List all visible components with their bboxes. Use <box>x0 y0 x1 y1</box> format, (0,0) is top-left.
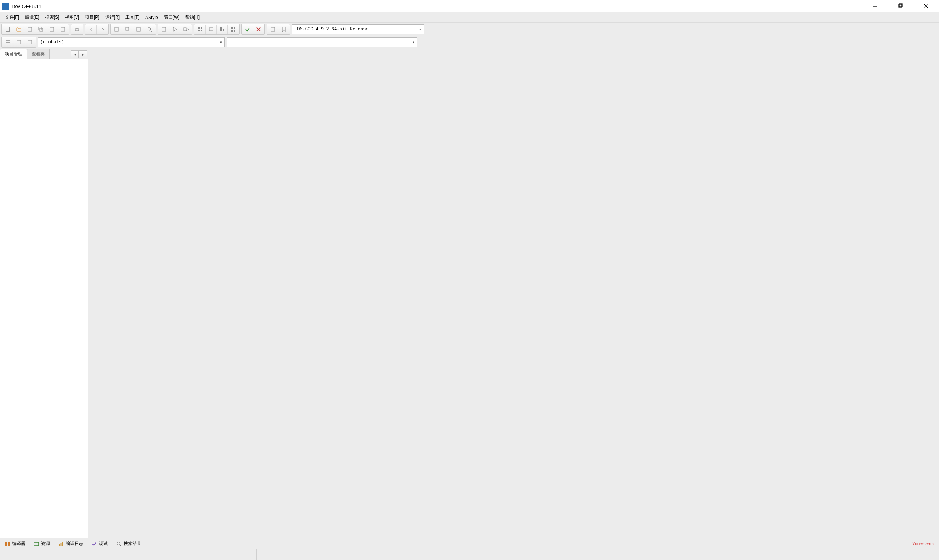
save-button[interactable] <box>24 25 35 34</box>
side-tab-nav-right[interactable]: ▸ <box>79 50 87 58</box>
side-tabs: 项目管理 查看类 ◂ ▸ <box>0 48 88 59</box>
status-segment <box>0 549 132 560</box>
window-controls <box>862 0 939 12</box>
stop-button[interactable] <box>253 25 264 34</box>
svg-rect-1 <box>899 5 902 7</box>
bottom-tab-compiler[interactable]: 编译器 <box>2 539 28 548</box>
svg-rect-20 <box>198 28 199 29</box>
menu-astyle[interactable]: AStyle <box>142 14 161 22</box>
menu-run[interactable]: 运行[R] <box>102 13 122 22</box>
run-button[interactable] <box>170 25 180 34</box>
new-file-button[interactable] <box>2 25 13 34</box>
redo-button[interactable] <box>97 25 108 34</box>
svg-rect-21 <box>200 28 202 29</box>
svg-rect-8 <box>40 28 43 31</box>
title-bar: Dev-C++ 5.11 <box>0 0 939 12</box>
debug-button[interactable] <box>206 25 217 34</box>
print-button[interactable] <box>71 25 83 34</box>
grid-button[interactable] <box>228 25 239 34</box>
svg-rect-22 <box>198 30 199 31</box>
side-tab-project[interactable]: 项目管理 <box>0 49 27 59</box>
bottom-tab-label: 编译日志 <box>66 541 83 547</box>
menu-tools[interactable]: 工具[T] <box>122 13 142 22</box>
copy-button[interactable] <box>122 25 133 34</box>
close-button[interactable] <box>913 0 939 12</box>
svg-rect-43 <box>62 542 63 546</box>
main-toolbar: TDM-GCC 4.9.2 64-bit Release ▾ <box>0 23 939 36</box>
close-file-button[interactable] <box>57 25 68 34</box>
svg-rect-40 <box>34 542 39 546</box>
svg-point-16 <box>148 28 151 31</box>
bottom-tab-resources[interactable]: 资源 <box>31 539 52 548</box>
cut-button[interactable] <box>111 25 122 34</box>
editor-area[interactable] <box>88 48 939 538</box>
svg-rect-23 <box>200 30 202 31</box>
svg-rect-41 <box>59 544 60 546</box>
scope-toolbar: (globals) ▾ ▾ <box>0 36 939 48</box>
svg-rect-29 <box>231 30 233 32</box>
svg-rect-37 <box>8 542 9 543</box>
svg-rect-42 <box>60 543 62 546</box>
rebuild-button[interactable] <box>195 25 206 34</box>
status-segment <box>257 549 304 560</box>
svg-line-45 <box>120 545 121 546</box>
side-tab-classes[interactable]: 查看类 <box>27 49 49 59</box>
svg-rect-5 <box>6 27 9 32</box>
next-bookmark-button[interactable] <box>24 37 35 47</box>
menu-file[interactable]: 文件[F] <box>2 13 22 22</box>
svg-rect-27 <box>231 27 233 29</box>
menu-view[interactable]: 视图[V] <box>62 13 82 22</box>
svg-rect-26 <box>223 29 224 31</box>
bottom-tab-label: 调试 <box>99 541 108 547</box>
save-as-button[interactable] <box>46 25 57 34</box>
save-all-button[interactable] <box>35 25 46 34</box>
svg-rect-12 <box>76 27 78 29</box>
bottom-tab-compile-log[interactable]: 编译日志 <box>56 539 85 548</box>
toggle-bookmark-button[interactable] <box>13 37 24 47</box>
find-button[interactable] <box>144 25 155 34</box>
menu-edit[interactable]: 编辑[E] <box>22 13 42 22</box>
check-button[interactable] <box>242 25 253 34</box>
compile-run-button[interactable] <box>180 25 191 34</box>
menu-help[interactable]: 帮助[H] <box>182 13 202 22</box>
profile-button[interactable] <box>217 25 228 34</box>
maximize-button[interactable] <box>888 0 913 12</box>
project-tree[interactable] <box>0 59 88 538</box>
minimize-button[interactable] <box>862 0 888 12</box>
compiler-select[interactable]: TDM-GCC 4.9.2 64-bit Release ▾ <box>292 24 424 34</box>
side-tab-nav-left[interactable]: ◂ <box>71 50 79 58</box>
svg-rect-36 <box>5 542 7 543</box>
svg-rect-14 <box>126 28 129 31</box>
menu-project[interactable]: 项目[P] <box>82 13 102 22</box>
scope-select[interactable]: (globals) ▾ <box>38 37 225 47</box>
bottom-tab-label: 资源 <box>41 541 50 547</box>
resource-icon <box>33 541 39 547</box>
menu-window[interactable]: 窗口[W] <box>161 13 182 22</box>
goto-line-button[interactable] <box>2 37 13 47</box>
svg-line-17 <box>150 30 152 32</box>
bottom-tab-search-results[interactable]: 搜索结果 <box>114 539 143 548</box>
svg-rect-33 <box>271 28 275 31</box>
bookmark-button[interactable] <box>278 25 290 34</box>
svg-rect-2 <box>899 4 902 6</box>
svg-rect-6 <box>28 28 32 31</box>
compile-button[interactable] <box>159 25 170 34</box>
member-select[interactable]: ▾ <box>227 37 418 47</box>
goto-button[interactable] <box>267 25 278 34</box>
menu-search[interactable]: 搜索[S] <box>42 13 62 22</box>
chart-icon <box>58 541 64 547</box>
undo-button[interactable] <box>86 25 97 34</box>
open-file-button[interactable] <box>13 25 24 34</box>
svg-rect-24 <box>210 28 213 31</box>
paste-button[interactable] <box>133 25 144 34</box>
svg-rect-35 <box>28 40 32 44</box>
bottom-tab-label: 编译器 <box>12 541 25 547</box>
main-area: 项目管理 查看类 ◂ ▸ <box>0 48 939 538</box>
bottom-tab-debug[interactable]: 调试 <box>89 539 110 548</box>
chevron-down-icon: ▾ <box>220 40 222 45</box>
app-icon <box>2 3 9 9</box>
svg-rect-9 <box>50 28 54 31</box>
svg-rect-11 <box>75 29 79 31</box>
svg-rect-25 <box>220 28 222 31</box>
svg-rect-18 <box>162 28 166 31</box>
